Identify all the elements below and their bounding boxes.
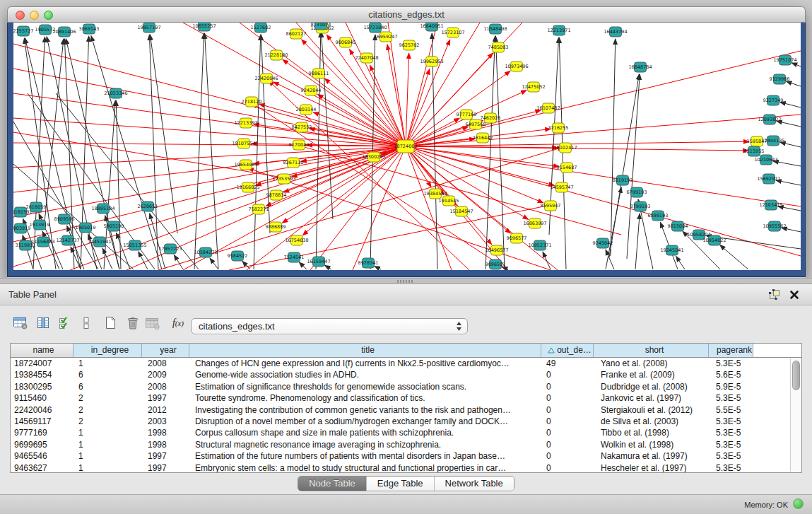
table-cell: Estimation of the future numbers of pati… xyxy=(189,450,541,462)
table-row[interactable]: 1456911722003Disruption of a novel membe… xyxy=(11,416,801,427)
node-label: 8215955 xyxy=(744,148,765,154)
node-label: 9886889 xyxy=(266,224,286,230)
window-titlebar[interactable]: citations_edges.txt xyxy=(7,6,806,23)
table-cell: 19384554 xyxy=(11,369,73,380)
table-cell: Nakamura et al. (1997) xyxy=(594,450,709,462)
table-cell: 9465546 xyxy=(11,450,73,462)
table-cell: 0 xyxy=(541,404,594,416)
table-cell: 5.3E-5 xyxy=(709,358,753,369)
table-cell: Stergiakouli et al. (2012) xyxy=(594,404,709,416)
table-cell: 0 xyxy=(541,439,594,450)
sort-ascending-icon xyxy=(548,344,555,357)
tab-edge-table[interactable]: Edge Table xyxy=(367,477,435,491)
column-header-title[interactable]: title xyxy=(189,344,541,357)
column-header-short[interactable]: short xyxy=(594,344,709,357)
tab-node-table[interactable]: Node Table xyxy=(298,477,367,491)
node-label: 12353593 xyxy=(272,176,295,182)
table-cell: Wolkin et al. (1998) xyxy=(594,439,709,450)
table-cell: 1 xyxy=(73,427,142,438)
node-label: 8131074 xyxy=(311,23,331,28)
table-cell: 22420046 xyxy=(11,404,73,416)
float-panel-icon[interactable] xyxy=(768,288,781,303)
node-label: 22420046 xyxy=(254,76,278,81)
table-cell: 1 xyxy=(73,439,142,450)
node-label: 10584271 xyxy=(194,250,217,255)
column-header-name[interactable]: name xyxy=(11,344,73,357)
node-label: 8909596 xyxy=(54,216,75,222)
node-label: 8267130 xyxy=(283,160,304,165)
node-label: 9806845 xyxy=(336,40,356,45)
table-cell: 2008 xyxy=(142,381,189,392)
graph-nodes[interactable]: 8602127212281802242004627181201221339318… xyxy=(13,23,797,269)
node-label: 9245042 xyxy=(593,240,613,246)
minimize-window-button[interactable] xyxy=(30,11,39,20)
column-settings-icon[interactable] xyxy=(35,315,52,331)
table-cell: 14569117 xyxy=(11,416,73,427)
node-label: 15692971 xyxy=(757,176,780,182)
node-label: 1903919 xyxy=(13,226,30,231)
table-row[interactable]: 1938455462009Genome-wide association stu… xyxy=(11,369,801,380)
table-cell: 1998 xyxy=(142,439,189,450)
memory-ok-indicator-icon[interactable] xyxy=(793,498,804,509)
row-height-icon[interactable] xyxy=(78,315,95,331)
column-header-year[interactable]: year xyxy=(142,344,189,357)
table-vertical-scrollbar[interactable] xyxy=(790,358,801,472)
table-cell: 5.6E-5 xyxy=(709,369,753,380)
panel-splitter[interactable] xyxy=(0,278,812,284)
node-label: 16443794 xyxy=(604,29,627,35)
table-cell: 2008 xyxy=(142,358,189,369)
table-cell: Corpus callosum shape and size in male p… xyxy=(189,427,541,438)
table-cell: 5.3E-5 xyxy=(709,416,753,427)
table-cell: 5.5E-5 xyxy=(709,404,753,416)
node-label: 19654985 xyxy=(234,162,257,168)
node-label: 7462026 xyxy=(481,115,501,121)
table-cell: Genome-wide association studies in ADHD. xyxy=(189,369,541,380)
table-row[interactable]: 1872400712008Changes of HCN gene express… xyxy=(11,358,801,369)
node-label: 18895184 xyxy=(91,206,114,211)
table-cell: 0 xyxy=(541,381,594,392)
node-label: 16863997 xyxy=(523,221,546,226)
close-window-button[interactable] xyxy=(16,11,25,20)
node-label: 8427552 xyxy=(292,124,312,130)
node-label: 8595947 xyxy=(541,203,561,209)
table-row[interactable]: 946362711997Embryonic stem cells: a mode… xyxy=(11,462,801,472)
node-label: 19384554 xyxy=(423,191,447,197)
table-cell: 0 xyxy=(541,392,594,404)
table-cell: de Silva et al. (2003) xyxy=(594,416,709,427)
table-row[interactable]: 2242004622012Investigating the contribut… xyxy=(11,404,801,416)
table-row[interactable]: 977716911998Corpus callosum shape and si… xyxy=(11,427,801,438)
column-header-in-degree[interactable]: in_degree xyxy=(73,344,142,357)
table-cell: 18300295 xyxy=(11,381,73,392)
table-row[interactable]: 911546021997Tourette syndrome. Phenomeno… xyxy=(11,392,801,404)
table-cell: Disruption of a novel member of a sodium… xyxy=(189,416,541,427)
table-select[interactable]: citations_edges.txt xyxy=(191,318,468,334)
select-rows-icon[interactable] xyxy=(57,315,73,331)
node-label: 1905019 xyxy=(76,225,96,230)
network-canvas[interactable]: 8602127212281802242004627181201221339318… xyxy=(13,23,801,270)
table-row[interactable]: 969969511998Structural magnetic resonanc… xyxy=(11,439,801,450)
node-label: 15051355 xyxy=(123,243,146,248)
function-builder-icon[interactable]: f(x) xyxy=(170,315,187,331)
node-label: 5905190 xyxy=(104,223,124,229)
node-label: 12103415 xyxy=(759,202,782,208)
table-options-icon[interactable] xyxy=(12,315,29,331)
table-row[interactable]: 1830029562008Estimation of significance … xyxy=(11,381,801,392)
table-tabs-bar: Node Table Edge Table Network Table xyxy=(0,476,812,491)
table-cell: 0 xyxy=(541,369,594,380)
splitter-grip-icon[interactable] xyxy=(397,280,413,283)
node-label: 9096501 xyxy=(486,262,506,267)
column-header-out-degree[interactable]: out_de… xyxy=(541,344,594,357)
tab-network-table[interactable]: Network Table xyxy=(435,477,514,491)
node-label: 17957223 xyxy=(158,246,182,252)
node-label: 9170049 xyxy=(289,142,310,148)
scrollbar-thumb[interactable] xyxy=(792,361,800,390)
node-label: 2316442 xyxy=(473,135,493,141)
node-label: 3216255 xyxy=(548,125,569,131)
table-cell: Tourette syndrome. Phenomenology and cla… xyxy=(189,392,541,404)
column-header-pagerank[interactable]: pagerank xyxy=(709,344,753,357)
delete-table-icon[interactable] xyxy=(124,315,141,331)
new-table-icon[interactable] xyxy=(102,315,119,331)
table-row[interactable]: 946554611997Estimation of the future num… xyxy=(11,450,801,462)
close-panel-icon[interactable] xyxy=(789,290,799,303)
zoom-window-button[interactable] xyxy=(44,11,53,20)
